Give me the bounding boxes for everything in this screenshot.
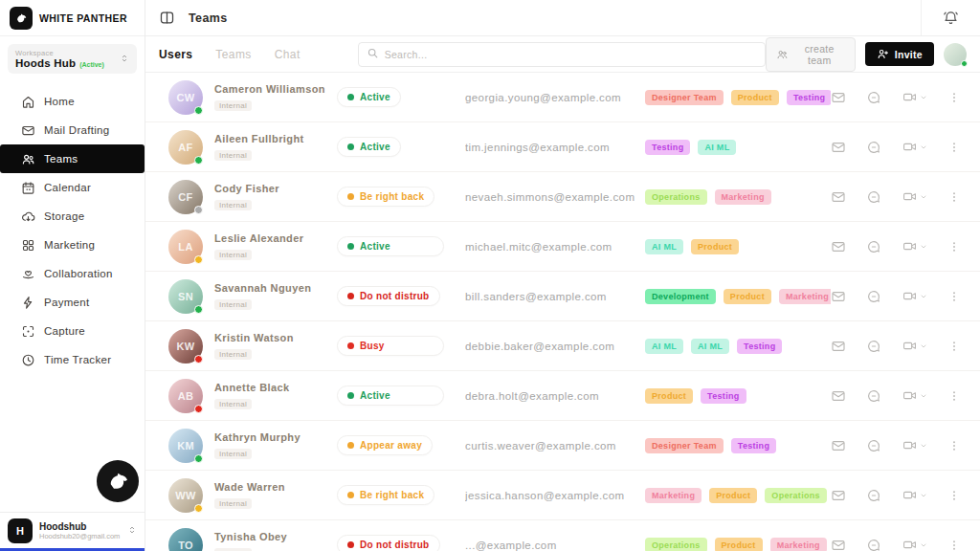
workspace-selector[interactable]: Workspace Hoods Hub (Active) xyxy=(8,44,137,74)
more-options-button[interactable] xyxy=(947,438,961,453)
send-mail-button[interactable] xyxy=(831,538,846,551)
send-mail-button[interactable] xyxy=(831,488,846,503)
mail-icon xyxy=(21,123,35,138)
user-cell: CF Cody Fisher Internal xyxy=(168,180,337,214)
user-email: debra.holt@example.com xyxy=(465,390,645,402)
row-actions xyxy=(831,189,961,205)
send-mail-button[interactable] xyxy=(831,90,846,105)
sidebar-item-payment[interactable]: Payment xyxy=(0,288,145,317)
presence-dot xyxy=(194,405,203,413)
video-call-button[interactable] xyxy=(902,538,927,551)
send-mail-button[interactable] xyxy=(831,239,846,254)
user-type-badge: Internal xyxy=(214,200,252,210)
invite-button[interactable]: Invite xyxy=(865,42,934,66)
status-cell: Be right back xyxy=(337,187,465,207)
video-call-button[interactable] xyxy=(902,289,927,303)
user-avatar[interactable] xyxy=(944,43,967,66)
account-name: Hoodshub xyxy=(39,521,121,532)
sidebar-toggle-icon[interactable] xyxy=(159,10,175,26)
sidebar-item-mail-drafting[interactable]: Mail Drafting xyxy=(0,116,145,144)
tab-users[interactable]: Users xyxy=(159,48,192,61)
chat-button[interactable] xyxy=(866,289,881,304)
status-badge: Busy xyxy=(337,336,444,356)
status-cell: Do not distrub xyxy=(337,286,465,306)
table-row: AF Aileen Fullbright Internal Active tim… xyxy=(145,122,980,172)
send-mail-button[interactable] xyxy=(831,189,846,205)
status-badge: Be right back xyxy=(337,187,434,207)
chevron-down-icon xyxy=(920,342,927,350)
sidebar-item-marketing[interactable]: Marketing xyxy=(0,231,145,259)
presence-dot xyxy=(961,60,968,67)
chat-button[interactable] xyxy=(866,339,881,354)
chat-button[interactable] xyxy=(866,140,881,155)
video-call-button[interactable] xyxy=(902,339,927,353)
user-email: nevaeh.simmons@example.com xyxy=(465,191,645,203)
video-call-button[interactable] xyxy=(902,388,927,403)
user-name: Annette Black xyxy=(214,382,290,393)
video-call-button[interactable] xyxy=(902,189,927,204)
send-mail-button[interactable] xyxy=(831,140,846,155)
chat-button[interactable] xyxy=(866,538,881,551)
presence-dot xyxy=(194,206,203,214)
chat-button[interactable] xyxy=(866,189,881,205)
status-dot-icon xyxy=(347,541,354,548)
notifications-bell-icon[interactable] xyxy=(921,0,980,35)
chevron-down-icon xyxy=(920,541,927,549)
search-input[interactable] xyxy=(385,49,757,60)
sidebar-item-storage[interactable]: Storage xyxy=(0,202,145,231)
chat-button[interactable] xyxy=(866,90,881,105)
team-tag: Designer Team xyxy=(645,90,724,105)
more-options-button[interactable] xyxy=(947,488,961,503)
more-options-button[interactable] xyxy=(947,538,961,551)
time-tracker-icon xyxy=(21,353,35,367)
more-options-button[interactable] xyxy=(947,90,961,105)
user-cell: KM Kathryn Murphy Internal xyxy=(168,429,337,463)
avatar: KM xyxy=(168,429,203,463)
presence-dot xyxy=(194,255,203,264)
user-cell: KW Kristin Watson Internal xyxy=(168,329,337,364)
tab-chat[interactable]: Chat xyxy=(275,48,301,61)
more-options-button[interactable] xyxy=(947,189,961,205)
team-tag: Operations xyxy=(645,189,707,205)
more-options-button[interactable] xyxy=(947,140,961,155)
sidebar-item-calendar[interactable]: Calendar xyxy=(0,173,145,202)
send-mail-button[interactable] xyxy=(831,438,846,453)
user-email: georgia.young@example.com xyxy=(465,92,645,103)
more-options-button[interactable] xyxy=(947,388,961,404)
search-box xyxy=(358,42,766,67)
more-options-button[interactable] xyxy=(947,239,961,254)
chat-button[interactable] xyxy=(866,438,881,453)
send-mail-button[interactable] xyxy=(831,388,846,404)
send-mail-button[interactable] xyxy=(831,339,846,354)
video-call-button[interactable] xyxy=(902,90,927,104)
chat-button[interactable] xyxy=(866,488,881,503)
create-team-button[interactable]: create team xyxy=(766,37,856,72)
sidebar-item-time-tracker[interactable]: Time Tracker xyxy=(0,345,145,374)
chat-button[interactable] xyxy=(866,239,881,254)
more-options-button[interactable] xyxy=(947,339,961,354)
chevron-down-icon xyxy=(920,243,927,251)
status-badge: Active xyxy=(337,137,401,157)
sidebar-item-home[interactable]: Home xyxy=(0,87,145,116)
create-team-label: create team xyxy=(794,43,845,66)
send-mail-button[interactable] xyxy=(831,289,846,304)
sidebar-item-label: Teams xyxy=(44,153,78,165)
status-badge: Active xyxy=(337,87,401,107)
account-selector[interactable]: H Hoodshub Hoodshub20@gmail.com xyxy=(0,512,145,551)
status-badge: Do not distrub xyxy=(337,535,440,551)
video-call-button[interactable] xyxy=(902,239,927,253)
chat-button[interactable] xyxy=(866,388,881,404)
more-options-button[interactable] xyxy=(947,289,961,304)
chevron-down-icon xyxy=(920,442,927,450)
video-call-button[interactable] xyxy=(902,488,927,502)
sidebar-item-capture[interactable]: Capture xyxy=(0,317,145,345)
tab-teams[interactable]: Teams xyxy=(215,48,251,61)
status-cell: Busy xyxy=(337,336,465,356)
sidebar-item-teams[interactable]: Teams xyxy=(0,144,145,173)
team-tag: Development xyxy=(645,289,716,304)
sidebar-item-collaboration[interactable]: Collaboration xyxy=(0,259,145,288)
video-call-button[interactable] xyxy=(902,438,927,452)
video-call-button[interactable] xyxy=(902,140,927,154)
team-tag: Testing xyxy=(645,140,690,155)
status-dot-icon xyxy=(347,243,354,250)
